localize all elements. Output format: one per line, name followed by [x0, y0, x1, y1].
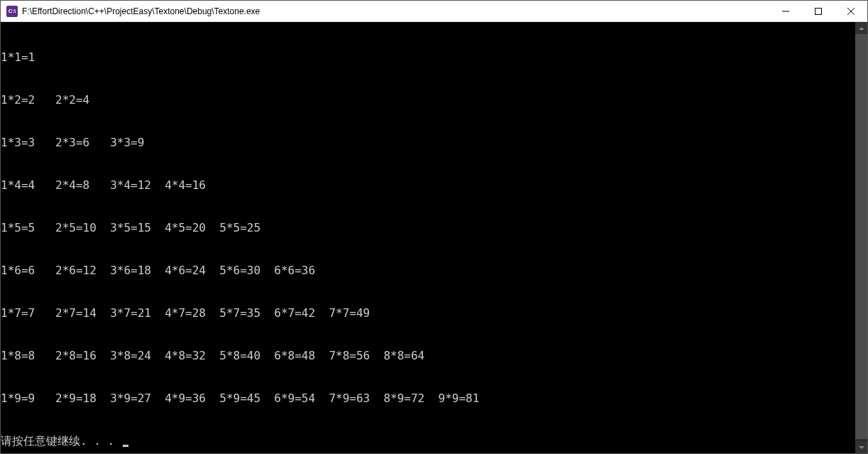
- svg-marker-5: [859, 446, 864, 449]
- output-line: 1*2=2 2*2=4: [1, 93, 855, 107]
- app-icon-text: C:\: [9, 8, 16, 14]
- output-line: 1*3=3 2*3=6 3*3=9: [1, 136, 855, 150]
- svg-marker-4: [859, 27, 864, 30]
- output-line: 1*5=5 2*5=10 3*5=15 4*5=20 5*5=25: [1, 221, 855, 235]
- console-output[interactable]: 1*1=1 1*2=2 2*2=4 1*3=3 2*3=6 3*3=9 1*4=…: [1, 22, 855, 453]
- scroll-down-button[interactable]: [855, 441, 867, 453]
- maximize-icon: [815, 8, 822, 15]
- output-line: 1*6=6 2*6=12 3*6=18 4*6=24 5*6=30 6*6=36: [1, 264, 855, 278]
- minimize-button[interactable]: [769, 1, 802, 21]
- output-line: 1*9=9 2*9=18 3*9=27 4*9=36 5*9=45 6*9=54…: [1, 391, 855, 406]
- scroll-thumb[interactable]: [855, 34, 867, 439]
- close-button[interactable]: [835, 1, 867, 21]
- vertical-scrollbar[interactable]: [855, 22, 867, 453]
- close-icon: [847, 8, 855, 15]
- output-line: 1*8=8 2*8=16 3*8=24 4*8=32 5*8=40 6*8=48…: [1, 349, 855, 363]
- window-controls: [769, 1, 867, 21]
- console-window: C:\ F:\EffortDirection\C++\ProjectEasy\T…: [0, 0, 868, 454]
- maximize-button[interactable]: [802, 1, 835, 21]
- minimize-icon: [782, 8, 789, 15]
- svg-rect-1: [815, 8, 822, 14]
- prompt-line: 请按任意键继续. . .: [1, 434, 855, 448]
- cursor: [123, 445, 128, 447]
- chevron-up-icon: [859, 27, 864, 30]
- window-title: F:\EffortDirection\C++\ProjectEasy\Texto…: [22, 6, 769, 16]
- content-area: 1*1=1 1*2=2 2*2=4 1*3=3 2*3=6 3*3=9 1*4=…: [1, 22, 867, 453]
- output-line: 1*1=1: [1, 50, 855, 65]
- titlebar[interactable]: C:\ F:\EffortDirection\C++\ProjectEasy\T…: [1, 1, 867, 22]
- press-any-key-prompt: 请按任意键继续. . .: [1, 434, 121, 448]
- scroll-up-button[interactable]: [855, 22, 867, 34]
- app-icon: C:\: [6, 6, 18, 17]
- chevron-down-icon: [859, 446, 864, 449]
- output-line: 1*4=4 2*4=8 3*4=12 4*4=16: [1, 178, 855, 193]
- output-line: 1*7=7 2*7=14 3*7=21 4*7=28 5*7=35 6*7=42…: [1, 306, 855, 320]
